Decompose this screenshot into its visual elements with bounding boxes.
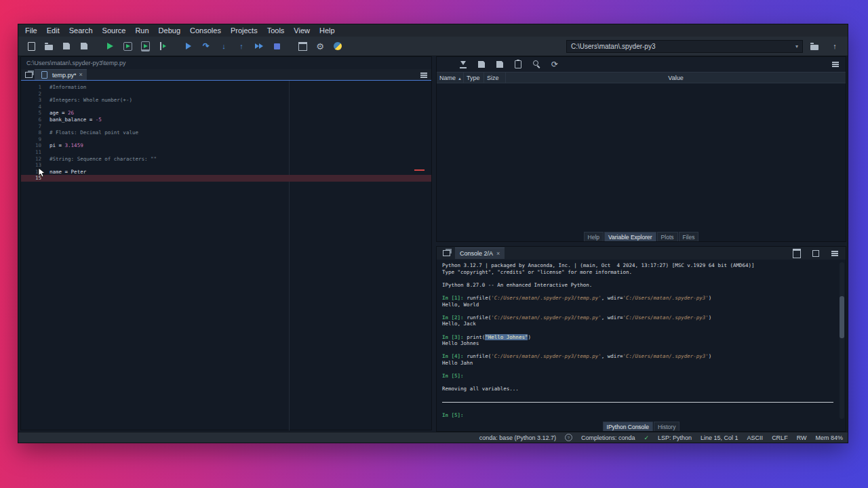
conda-env-status[interactable]: conda: base (Python 3.12.7) (479, 434, 556, 441)
menu-search[interactable]: Search (64, 26, 98, 35)
editor-line-10[interactable]: 10pi = 3.1459 (21, 142, 431, 149)
console-line: In [5]: (442, 373, 840, 380)
editor-options-button[interactable] (418, 70, 430, 80)
editor-line-11[interactable]: 11 (21, 149, 431, 156)
tab-console-2a[interactable]: Console 2/A (455, 247, 505, 259)
continue-execution-button[interactable] (250, 38, 268, 54)
close-tab-icon[interactable] (79, 72, 83, 78)
column-type[interactable]: Type (464, 73, 484, 83)
editor-line-5[interactable]: 5age = 26 (21, 110, 431, 117)
console-output: Python 3.12.7 | packaged by Anaconda, In… (442, 262, 840, 418)
menu-tools[interactable]: Tools (262, 26, 290, 35)
paste-data-button[interactable] (512, 60, 524, 70)
clear-console-button[interactable] (791, 248, 803, 258)
step-into-button[interactable] (215, 38, 233, 54)
variable-table-body[interactable] (437, 83, 846, 232)
browse-tabs-button[interactable] (22, 70, 35, 80)
run-selection-button[interactable] (154, 38, 172, 54)
console-scrollbar[interactable] (840, 262, 844, 419)
tab-history[interactable]: History (654, 422, 679, 431)
save-data-button[interactable] (475, 60, 488, 70)
save-all-button[interactable] (75, 38, 93, 54)
tab-ipython-console[interactable]: IPython Console (603, 422, 653, 431)
toolbar-group (180, 38, 285, 54)
new-file-button[interactable] (22, 38, 40, 54)
lsp-status[interactable]: LSP: Python (658, 434, 692, 441)
editor-line-13[interactable]: 13 (21, 162, 431, 169)
import-data-button[interactable] (457, 60, 469, 70)
run-cell-button[interactable] (119, 38, 136, 54)
interrupt-kernel-button[interactable] (810, 248, 822, 258)
menu-help[interactable]: Help (315, 26, 340, 35)
scrollbar-thumb[interactable] (840, 296, 844, 338)
refresh-data-button[interactable] (549, 60, 561, 70)
working-directory-combobox[interactable]: C:\Users\matan\.spyder-py3 (566, 40, 803, 53)
search-data-button[interactable] (530, 60, 542, 70)
menu-run[interactable]: Run (130, 26, 153, 35)
tab-files[interactable]: Files (679, 232, 699, 241)
editor-line-12[interactable]: 12#String: Sequence of characters: "" (21, 156, 431, 163)
editor-line-3[interactable]: 3#Integers: Whole number(+-) (21, 97, 431, 104)
debug-file-button[interactable] (180, 38, 197, 54)
open-file-button[interactable] (40, 38, 58, 54)
parent-directory-button[interactable] (826, 38, 844, 54)
column-value[interactable]: Value (506, 73, 846, 83)
editor-line-9[interactable]: 9 (21, 136, 431, 143)
console-tab-bar: Console 2/A (437, 247, 846, 260)
editor-line-14[interactable]: 14name = Peter (21, 169, 431, 176)
console-segment: runfile( (467, 314, 491, 321)
preferences-button[interactable] (311, 38, 329, 54)
maximize-pane-button[interactable] (294, 38, 311, 54)
save-file-button[interactable] (58, 38, 75, 54)
editor-line-7[interactable]: 7 (21, 123, 431, 130)
editor-line-1[interactable]: 1#Information (21, 84, 431, 91)
tab-variable-explorer[interactable]: Variable Explorer (604, 232, 656, 241)
python-path-button[interactable] (329, 38, 347, 54)
code-editor[interactable]: 1#Information23#Integers: Whole number(+… (21, 81, 431, 430)
console-body[interactable]: Python 3.12.7 | packaged by Anaconda, In… (437, 260, 846, 422)
memory-status[interactable]: Mem 84% (815, 434, 843, 441)
editor-line-4[interactable]: 4 (21, 104, 431, 110)
cursor-position[interactable]: Line 15, Col 1 (701, 434, 738, 441)
editor-line-2[interactable]: 2 (21, 91, 431, 98)
menu-consoles[interactable]: Consoles (185, 26, 226, 35)
tab-plots[interactable]: Plots (657, 232, 678, 241)
menu-edit[interactable]: Edit (42, 26, 64, 35)
run-file-icon (104, 41, 115, 52)
stop-button[interactable] (268, 38, 285, 54)
encoding-status[interactable]: ASCII (747, 434, 764, 441)
console-segment: ) (709, 353, 712, 359)
console-segment: Removing all variables... (442, 386, 519, 392)
permissions-status[interactable]: RW (797, 434, 807, 441)
editor-line-6[interactable]: 6bank_balance = -5 (21, 117, 431, 123)
close-tab-icon[interactable] (496, 251, 500, 257)
save-data-as-button[interactable] (494, 60, 506, 70)
column-name[interactable]: Name (437, 73, 464, 83)
editor-line-8[interactable]: 8# Floats: Decimal point value (21, 129, 431, 136)
question-icon[interactable] (565, 434, 572, 441)
console-line: Hello, Jack (442, 321, 840, 327)
run-file-button[interactable] (101, 38, 119, 54)
tab-help[interactable]: Help (584, 232, 604, 241)
step-return-button[interactable] (233, 38, 250, 54)
menu-view[interactable]: View (289, 26, 315, 35)
run-cell-advance-button[interactable] (136, 38, 154, 54)
menu-debug[interactable]: Debug (154, 26, 185, 35)
menu-source[interactable]: Source (98, 26, 131, 35)
column-size[interactable]: Size (484, 73, 506, 83)
console-pane: Console 2/A Python 3.12.7 | packaged by … (436, 246, 846, 432)
eol-status[interactable]: CRLF (772, 434, 788, 441)
options-menu-button[interactable] (829, 248, 841, 258)
browse-console-tabs-button[interactable] (440, 248, 452, 258)
browse-tabs-icon (23, 70, 34, 81)
console-line: In [5]: (442, 412, 840, 419)
menu-projects[interactable]: Projects (226, 26, 262, 35)
variable-explorer-options-button[interactable] (829, 60, 842, 70)
completions-status[interactable]: Completions: conda (581, 434, 635, 441)
step-over-button[interactable] (197, 38, 215, 54)
menu-file[interactable]: File (20, 26, 42, 35)
editor-line-15[interactable]: 15 (21, 175, 431, 182)
tab-temp-py[interactable]: temp.py* (35, 69, 87, 80)
console-line: Hello Jahn (442, 360, 840, 367)
browse-directory-button[interactable] (806, 38, 823, 54)
